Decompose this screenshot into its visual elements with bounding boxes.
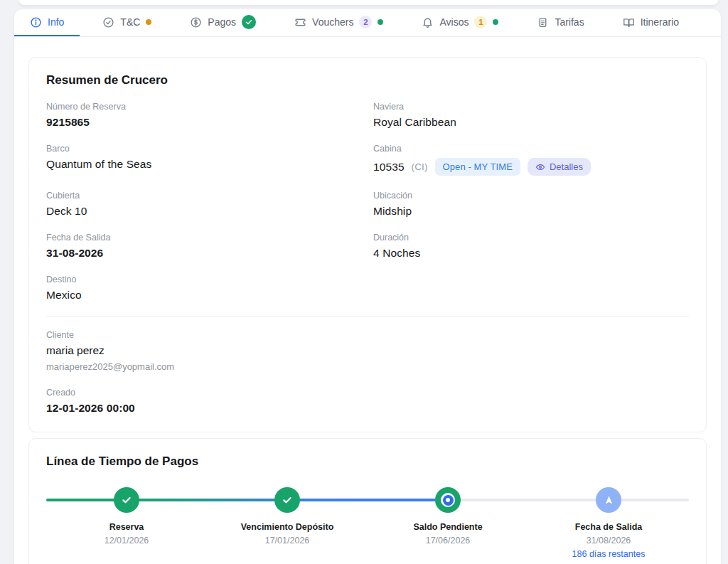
- milestone-saldo-pendiente: Saldo Pendiente 17/06/2026: [368, 487, 528, 559]
- milestone-date: 17/01/2026: [265, 536, 310, 546]
- tab-avisos[interactable]: Avisos 1: [406, 9, 514, 36]
- field-value: Royal Caribbean: [373, 116, 689, 129]
- tab-label: T&C: [120, 16, 140, 28]
- milestone-fecha-salida: Fecha de Salida 31/08/2026 186 días rest…: [528, 487, 689, 559]
- milestone-done-icon: [274, 487, 300, 513]
- ticket-icon: [294, 16, 306, 28]
- status-dot: [378, 19, 383, 25]
- client-label: Cliente: [46, 330, 689, 340]
- created-label: Creado: [46, 388, 689, 398]
- cabin-details-button[interactable]: Detalles: [528, 158, 591, 176]
- tab-vouchers[interactable]: Vouchers 2: [279, 9, 399, 36]
- tab-label: Pagos: [208, 16, 236, 28]
- field-cabina: Cabina 10535 (CI) Open - MY TIME Detalle…: [373, 144, 689, 176]
- field-label: Ubicación: [373, 191, 689, 201]
- book-icon: [623, 16, 635, 28]
- tab-info[interactable]: Info: [14, 9, 80, 36]
- milestone-date: 12/01/2026: [105, 536, 149, 546]
- cabin-status-badge: Open - MY TIME: [435, 158, 520, 176]
- milestone-name: Fecha de Salida: [575, 522, 642, 532]
- info-icon: [30, 16, 42, 28]
- tab-bar: Info T&C Pagos Vouchers 2: [14, 9, 721, 37]
- field-barco: Barco Quantum of the Seas: [46, 144, 362, 176]
- summary-title: Resumen de Crucero: [46, 73, 689, 87]
- tab-label: Itinerario: [641, 16, 679, 28]
- header-remnant: [19, 0, 718, 5]
- field-fecha-salida: Fecha de Salida 31-08-2026: [46, 233, 362, 260]
- timeline-title: Línea de Tiempo de Pagos: [46, 454, 689, 469]
- field-numero-reserva: Número de Reserva 9215865: [46, 102, 362, 129]
- pending-dot: [146, 19, 151, 25]
- bell-icon: [422, 16, 434, 28]
- milestone-name: Saldo Pendiente: [413, 522, 482, 532]
- tab-pagos[interactable]: Pagos: [174, 9, 272, 36]
- milestone-current-icon: [435, 487, 461, 513]
- field-value: Midship: [373, 205, 689, 218]
- field-value: 31-08-2026: [46, 247, 362, 260]
- client-name: maria perez: [46, 344, 689, 357]
- field-value: Deck 10: [46, 205, 362, 218]
- main-container: Info T&C Pagos Vouchers 2: [14, 9, 721, 564]
- summary-grid: Número de Reserva 9215865 Naviera Royal …: [46, 102, 689, 316]
- paid-check-icon: [242, 15, 256, 29]
- field-label: Naviera: [373, 102, 689, 112]
- created-value: 12-01-2026 00:00: [46, 402, 689, 415]
- milestone-date: 17/06/2026: [426, 536, 471, 546]
- dollar-circle-icon: [190, 16, 202, 28]
- content-area: Resumen de Crucero Número de Reserva 921…: [14, 37, 721, 564]
- field-label: Número de Reserva: [46, 102, 362, 112]
- details-label: Detalles: [550, 161, 583, 172]
- cabin-suffix: (CI): [412, 161, 428, 172]
- cabin-number: 10535: [373, 161, 405, 174]
- receipt-icon: [537, 16, 549, 28]
- avisos-count-badge: 1: [474, 16, 487, 28]
- departure-navigation-icon: [596, 487, 621, 513]
- days-remaining: 186 días restantes: [572, 549, 646, 559]
- field-naviera: Naviera Royal Caribbean: [373, 102, 689, 129]
- check-circle-icon: [102, 16, 114, 28]
- client-block: Cliente maria perez mariaperez2025@yopma…: [46, 330, 689, 372]
- milestone-date: 31/08/2026: [587, 536, 631, 546]
- field-label: Duración: [373, 233, 689, 243]
- field-value: 9215865: [46, 116, 362, 129]
- field-label: Destino: [46, 275, 362, 284]
- field-label: Barco: [46, 144, 362, 154]
- field-value: Quantum of the Seas: [46, 158, 362, 171]
- field-label: Cubierta: [46, 191, 362, 201]
- field-ubicacion: Ubicación Midship: [373, 191, 689, 218]
- eye-icon: [535, 162, 545, 172]
- voucher-count-badge: 2: [359, 16, 372, 28]
- tab-tc[interactable]: T&C: [87, 9, 167, 36]
- milestone-done-icon: [114, 487, 139, 513]
- cruise-summary-card: Resumen de Crucero Número de Reserva 921…: [28, 57, 707, 432]
- payments-timeline: Reserva 12/01/2026 Vencimiento Depósito …: [46, 487, 689, 559]
- tab-label: Vouchers: [312, 16, 353, 28]
- created-block: Creado 12-01-2026 00:00: [46, 388, 689, 415]
- client-email: mariaperez2025@yopmail.com: [46, 361, 689, 372]
- status-dot: [493, 19, 498, 25]
- tab-label: Avisos: [439, 16, 469, 28]
- section-divider: [46, 316, 689, 317]
- tab-label: Info: [48, 16, 64, 28]
- field-destino: Destino Mexico: [46, 275, 362, 302]
- milestone-name: Vencimiento Depósito: [241, 522, 334, 532]
- field-label: Fecha de Salida: [46, 233, 362, 243]
- tab-label: Tarifas: [555, 16, 584, 28]
- milestone-vencimiento-deposito: Vencimiento Depósito 17/01/2026: [207, 487, 368, 559]
- field-cubierta: Cubierta Deck 10: [46, 191, 362, 218]
- milestone-name: Reserva: [109, 522, 144, 532]
- field-label: Cabina: [373, 144, 689, 154]
- tab-itinerario[interactable]: Itinerario: [607, 9, 695, 36]
- field-value: Mexico: [46, 289, 362, 302]
- tab-tarifas[interactable]: Tarifas: [521, 9, 599, 36]
- field-value: 4 Noches: [373, 247, 689, 260]
- field-duracion: Duración 4 Noches: [373, 233, 689, 260]
- payments-timeline-card: Línea de Tiempo de Pagos Reserva 12/01/2…: [28, 438, 707, 564]
- milestone-reserva: Reserva 12/01/2026: [46, 487, 207, 559]
